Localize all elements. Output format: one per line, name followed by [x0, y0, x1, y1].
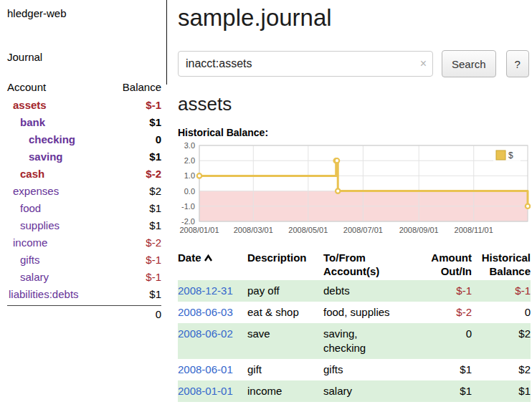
register-cell-description: save [247, 323, 323, 359]
y-tick-label: -2.0 [181, 217, 195, 226]
chart-point-marker [526, 204, 530, 208]
hledger-web-app: hledger-web Journal Account Balance asse… [0, 0, 532, 417]
register-body: 2008-12-31pay offdebts$-1$-12008-06-03ea… [178, 280, 531, 402]
register-cell-date: 2008-01-01 [178, 380, 247, 402]
register-header-historical[interactable]: HistoricalBalance [472, 249, 531, 280]
chart-legend-label: $ [508, 150, 513, 160]
date-link[interactable]: 2008-06-02 [178, 327, 233, 340]
date-link[interactable]: 2008-12-31 [178, 284, 233, 297]
account-row: salary$-1 [7, 269, 161, 286]
register-cell-date: 2008-06-02 [178, 323, 247, 359]
account-balance: $1 [149, 114, 161, 131]
account-balance: $2 [149, 183, 161, 200]
register-header-row: DateDescriptionTo/FromAccount(s)AmountOu… [178, 249, 531, 280]
register-cell-amount: $1 [423, 359, 472, 380]
chart-heading: Historical Balance: [178, 127, 531, 138]
date-link[interactable]: 2008-06-01 [178, 363, 233, 375]
register-cell-amount: $-2 [423, 302, 472, 323]
account-row: expenses$2 [7, 183, 161, 200]
y-tick-label: 2.0 [184, 156, 195, 165]
sidebar-account-gifts[interactable]: gifts [7, 251, 40, 269]
account-row: liabilities:debts$1 [7, 286, 161, 303]
register-cell-accounts: salary [323, 380, 423, 402]
chart-legend-swatch [496, 150, 505, 160]
clear-search-icon[interactable]: × [420, 58, 427, 70]
account-balance: 0 [156, 131, 161, 148]
main-content: sample.journal × Search ? assets Histori… [178, 0, 531, 402]
register-row: 2008-06-03eat & shopfood, supplies$-20 [178, 302, 531, 323]
register-cell-description: pay off [247, 280, 323, 302]
sidebar-account-liabilities-debts[interactable]: liabilities:debts [7, 286, 79, 303]
register-row: 2008-06-01giftgifts$1$2 [178, 359, 531, 380]
register-header-date[interactable]: Date [178, 249, 247, 280]
account-row: bank$1 [7, 114, 161, 131]
search-button[interactable]: Search [442, 50, 496, 77]
account-row: supplies$1 [7, 217, 161, 234]
register-header-tofrom[interactable]: To/FromAccount(s) [323, 249, 423, 280]
account-heading: assets [178, 93, 531, 115]
register-cell-amount: $1 [423, 380, 472, 402]
search-form: × Search ? [178, 50, 531, 77]
register-table: DateDescriptionTo/FromAccount(s)AmountOu… [178, 249, 531, 402]
sidebar-account-saving[interactable]: saving [7, 148, 63, 166]
accounts-table-header: Account Balance [7, 79, 161, 97]
register-cell-accounts: debts [323, 280, 423, 302]
x-tick-label: 2008/07/01 [343, 226, 383, 234]
register-cell-balance: 0 [472, 302, 531, 323]
account-balance: $-1 [146, 269, 161, 286]
account-balance: $-2 [146, 234, 161, 251]
date-link[interactable]: 2008-01-01 [178, 385, 233, 397]
sidebar-account-expenses[interactable]: expenses [7, 183, 59, 200]
account-row: gifts$-1 [7, 251, 161, 269]
register-cell-description: income [247, 380, 323, 402]
accounts-header-balance: Balance [123, 81, 161, 93]
search-input[interactable] [178, 51, 433, 77]
x-tick-label: 2008/03/01 [234, 226, 273, 234]
register-cell-description: eat & shop [247, 302, 323, 323]
sidebar-account-income[interactable]: income [7, 234, 47, 251]
register-header-amount[interactable]: AmountOut/In [423, 249, 472, 280]
account-balance: $1 [149, 200, 161, 217]
sidebar-account-salary[interactable]: salary [7, 269, 49, 286]
accounts-header-account: Account [7, 81, 46, 93]
sidebar-account-cash[interactable]: cash [7, 166, 44, 183]
register-row: 2008-01-01incomesalary$1$1 [178, 380, 531, 402]
sidebar-account-supplies[interactable]: supplies [7, 217, 60, 234]
register-cell-accounts: saving,checking [323, 323, 423, 359]
register-header-description[interactable]: Description [247, 249, 323, 280]
register-cell-balance: $1 [472, 380, 531, 402]
y-tick-label: 0.0 [184, 187, 195, 196]
register-cell-description: gift [247, 359, 323, 380]
register-cell-accounts: food, supplies [323, 302, 423, 323]
sidebar-item-journal[interactable]: Journal [7, 51, 161, 63]
y-tick-label: 1.0 [184, 171, 195, 180]
register-cell-date: 2008-12-31 [178, 280, 247, 302]
account-row: checking0 [7, 131, 161, 148]
sidebar-account-food[interactable]: food [7, 200, 41, 217]
register-cell-amount: $-1 [423, 280, 472, 302]
app-title-link[interactable]: hledger-web [7, 7, 161, 19]
sidebar-account-checking[interactable]: checking [7, 131, 75, 148]
register-cell-balance: $2 [472, 323, 531, 359]
sidebar-account-assets[interactable]: assets [7, 97, 47, 114]
chart-point-marker [335, 158, 339, 163]
sidebar-divider [166, 0, 167, 85]
x-tick-label: 2008/09/01 [399, 226, 439, 234]
accounts-total: 0 [7, 305, 161, 323]
y-tick-label: -1.0 [181, 202, 195, 211]
account-row: food$1 [7, 200, 161, 217]
register-cell-balance: $-1 [472, 280, 531, 302]
x-tick-label: 2008/05/01 [288, 226, 328, 234]
historical-balance-chart: 3.02.01.00.0-1.0-2.02008/01/012008/03/01… [178, 141, 531, 241]
register-cell-date: 2008-06-01 [178, 359, 247, 380]
x-tick-label: 2008/11/01 [455, 226, 493, 234]
date-link[interactable]: 2008-06-03 [178, 306, 233, 318]
account-balance: $1 [149, 148, 161, 166]
account-balance: $1 [149, 286, 161, 303]
register-cell-date: 2008-06-03 [178, 302, 247, 323]
chart-svg: 3.02.01.00.0-1.0-2.02008/01/012008/03/01… [178, 141, 531, 241]
chart-point-marker [197, 173, 201, 178]
sidebar-account-bank[interactable]: bank [7, 114, 45, 131]
help-button[interactable]: ? [506, 50, 529, 77]
account-balance: $-1 [146, 251, 161, 269]
